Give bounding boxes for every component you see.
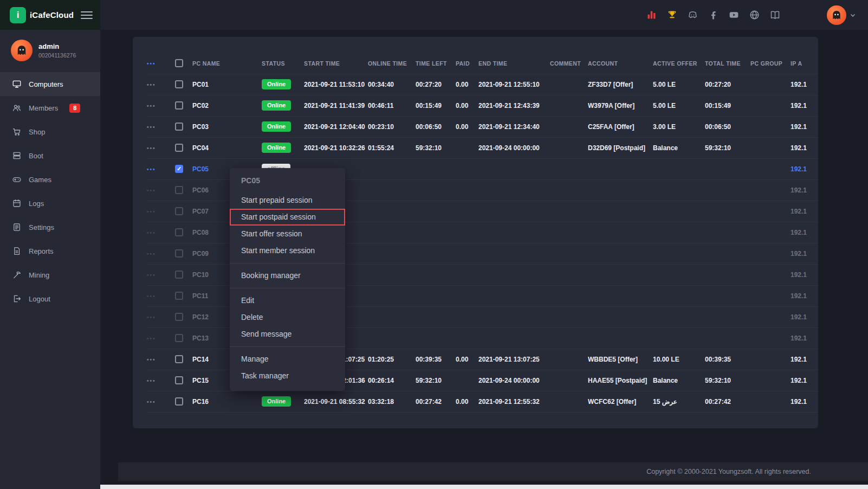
table-row-pc02[interactable]: ••• PC02 Online 2021-09-21 11:41:39 00:4… [147,95,818,116]
cell-total-time: 00:27:20 [705,74,750,95]
row-actions-icon[interactable]: ••• [147,103,156,109]
header-actions-icon[interactable]: ••• [147,61,156,67]
row-checkbox[interactable] [175,334,183,342]
row-checkbox[interactable] [175,207,183,215]
cell-account [588,179,653,201]
cell-total-time [705,201,750,222]
column-header-ip-a: IP A [791,53,818,74]
facebook-icon[interactable] [708,9,719,21]
row-actions-icon[interactable]: ••• [147,166,156,172]
row-checkbox[interactable] [175,101,183,110]
discord-icon[interactable] [687,9,698,21]
row-actions-icon[interactable]: ••• [147,357,156,363]
cell-comment [550,137,588,158]
menu-item-start-postpaid-session[interactable]: Start postpaid session [230,209,345,226]
row-checkbox[interactable] [175,123,183,131]
menu-item-manage[interactable]: Manage [230,351,345,368]
logo[interactable]: i iCafeCloud [10,7,74,23]
row-checkbox[interactable] [175,228,183,236]
youtube-icon[interactable] [728,9,740,21]
cell-total-time [705,158,750,179]
sidebar-item-logout[interactable]: Logout [0,287,100,311]
user-menu[interactable] [827,5,856,25]
book-icon[interactable] [769,9,781,21]
cell-account [588,306,653,327]
row-actions-icon[interactable]: ••• [147,188,156,194]
row-checkbox[interactable] [175,80,183,88]
table-row-pc03[interactable]: ••• PC03 Online 2021-09-21 12:04:40 00:2… [147,116,818,137]
column-header-time-left: TIME LEFT [416,53,456,74]
sidebar-item-reports[interactable]: Reports [0,239,100,263]
cell-total-time [705,243,750,264]
menu-item-delete[interactable]: Delete [230,309,345,326]
row-actions-icon[interactable]: ••• [147,124,156,130]
table-row-pc04[interactable]: ••• PC04 Online 2021-09-21 10:32:26 01:5… [147,137,818,158]
menu-item-start-offer-session[interactable]: Start offer session [230,226,345,242]
cell-paid [456,243,478,264]
cell-paid [456,158,478,179]
row-actions-icon[interactable]: ••• [147,272,156,278]
cell-active-offer: 10.00 LE [653,349,705,370]
cell-online-time [368,179,416,201]
sidebar-item-logs[interactable]: Logs [0,191,100,215]
sidebar-item-mining[interactable]: Mining [0,263,100,287]
menu-item-start-prepaid-session[interactable]: Start prepaid session [230,192,345,209]
menu-item-booking-manager[interactable]: Booking manager [230,267,345,284]
cell-time-left: 00:15:49 [416,95,456,116]
globe-icon[interactable] [749,9,760,21]
row-actions-icon[interactable]: ••• [147,82,156,88]
sidebar-item-label: Settings [29,223,54,231]
sidebar-item-members[interactable]: Members 8 [0,96,100,120]
trophy-icon[interactable] [666,9,678,21]
row-checkbox[interactable]: ✓ [175,165,183,173]
row-checkbox[interactable] [175,144,183,152]
row-checkbox[interactable] [175,376,183,384]
row-actions-icon[interactable]: ••• [147,378,156,384]
row-actions-icon[interactable]: ••• [147,251,156,257]
row-actions-icon[interactable]: ••• [147,314,156,320]
menu-item-send-message[interactable]: Send message [230,326,345,343]
select-all-checkbox[interactable] [175,59,183,67]
cell-comment [550,222,588,243]
cell-end-time [478,201,550,222]
cell-total-time: 00:27:42 [705,391,750,412]
row-actions-icon[interactable]: ••• [147,230,156,236]
row-actions-icon[interactable]: ••• [147,336,156,342]
menu-item-task-manager[interactable]: Task manager [230,368,345,384]
table-row-pc01[interactable]: ••• PC01 Online 2021-09-21 11:53:10 00:3… [147,74,818,95]
row-checkbox[interactable] [175,249,183,258]
row-checkbox[interactable] [175,271,183,279]
sidebar-item-label: Shop [29,128,45,136]
menu-item-edit[interactable]: Edit [230,292,345,309]
footer: Copyright © 2000-2021 Youngzsoft. All ri… [118,462,868,481]
table-row-pc16[interactable]: ••• PC16 Online 2021-09-21 08:55:32 03:3… [147,391,818,412]
row-checkbox[interactable] [175,355,183,363]
cell-total-time: 00:06:50 [705,116,750,137]
row-checkbox[interactable] [175,186,183,194]
sidebar-item-boot[interactable]: Boot [0,144,100,168]
row-checkbox[interactable] [175,313,183,321]
cell-active-offer: عرض 15 [653,391,705,412]
cell-start-time: 2021-09-21 11:53:10 [304,74,368,95]
context-menu-group: ManageTask manager [230,346,345,385]
apps-icon[interactable] [646,9,657,21]
cell-active-offer [653,327,705,349]
row-checkbox[interactable] [175,292,183,300]
cell-account: WBBDE5 [Offer] [588,349,653,370]
menu-item-start-member-session[interactable]: Start member session [230,242,345,259]
row-actions-icon[interactable]: ••• [147,399,156,405]
hamburger-menu-icon[interactable] [81,9,93,21]
row-actions-icon[interactable]: ••• [147,145,156,151]
cell-pc-name: PC03 [192,116,262,137]
chevron-down-icon [850,12,856,18]
sidebar-item-settings[interactable]: Settings [0,215,100,239]
row-checkbox[interactable] [175,397,183,406]
row-actions-icon[interactable]: ••• [147,209,156,215]
column-header-start-time: START TIME [304,53,368,74]
sidebar-item-games[interactable]: Games [0,168,100,191]
sidebar-item-shop[interactable]: Shop [0,120,100,144]
row-actions-icon[interactable]: ••• [147,293,156,299]
cell-online-time: 01:55:24 [368,137,416,158]
sidebar-item-label: Games [29,176,51,184]
sidebar-item-computers[interactable]: Computers [0,72,100,96]
